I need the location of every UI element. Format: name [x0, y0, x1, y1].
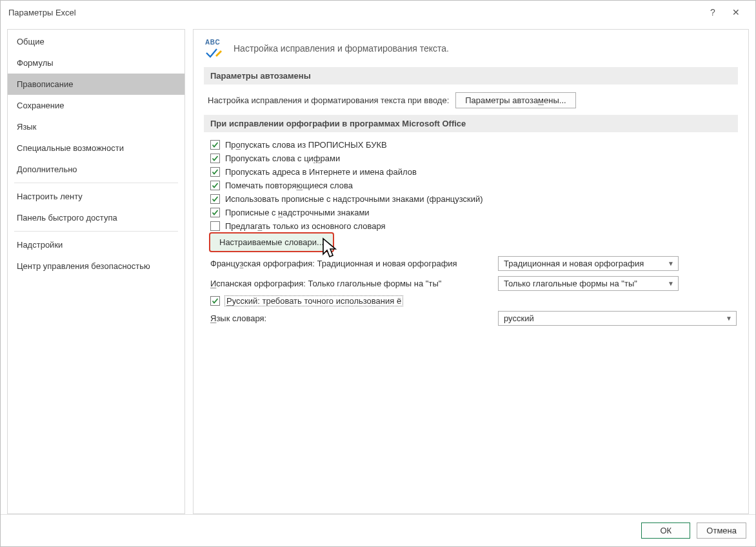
checkbox[interactable]	[210, 154, 220, 163]
checkbox-row: Использовать прописные с надстрочными зн…	[210, 194, 738, 204]
section-autocorrect-title: Параметры автозамены	[204, 67, 738, 85]
checkbox[interactable]	[210, 140, 220, 150]
sidebar-item[interactable]: Надстройки	[8, 234, 184, 255]
sidebar-item[interactable]: Правописание	[8, 74, 184, 95]
chevron-down-icon: ▼	[668, 260, 674, 267]
options-window: Параметры Excel ? ✕ ОбщиеФормулыПравопис…	[0, 0, 756, 547]
russian-yo-checkbox[interactable]	[210, 296, 220, 306]
sidebar-item[interactable]: Панель быстрого доступа	[8, 207, 184, 228]
checkbox-row: Пропускать адреса в Интернете и имена фа…	[210, 167, 738, 177]
sidebar-item[interactable]: Специальные возможности	[8, 137, 184, 159]
chevron-down-icon: ▼	[726, 315, 732, 322]
main-panel: ABC Настройка исправления и форматирован…	[193, 29, 749, 514]
checkbox-row: Пропускать слова из ПРОПИСНЫХ БУКВ	[210, 140, 738, 150]
autocorrect-options-button[interactable]: Параметры автозамены...	[455, 92, 575, 108]
checkbox-label: Пропускать слова с цифрами	[225, 154, 340, 163]
intro-text: Настройка исправления и форматирования т…	[234, 43, 449, 54]
checkbox-label: Пропускать слова из ПРОПИСНЫХ БУКВ	[225, 140, 387, 150]
dictionary-language-label: Язык словаря:	[210, 313, 488, 323]
checkbox-row: Пропускать слова с цифрами	[210, 154, 738, 163]
combo-label: Французская орфография: Традиционная и н…	[210, 259, 488, 268]
sidebar-item[interactable]: Общие	[8, 31, 184, 52]
checkbox[interactable]	[210, 181, 220, 190]
autocorrect-label: Настройка исправления и форматирования т…	[208, 95, 449, 105]
proofing-icon: ABC	[204, 39, 226, 58]
sidebar-item[interactable]: Настроить ленту	[8, 186, 184, 207]
sidebar-item[interactable]: Дополнительно	[8, 159, 184, 180]
cancel-button[interactable]: Отмена	[697, 522, 746, 539]
checkbox-label: Использовать прописные с надстрочными зн…	[225, 194, 483, 204]
sidebar-item[interactable]: Сохранение	[8, 95, 184, 116]
sidebar: ОбщиеФормулыПравописаниеСохранениеЯзыкСп…	[7, 29, 185, 514]
dialog-footer: ОК Отмена	[1, 514, 755, 546]
checkbox-label: Помечать повторяющиеся слова	[225, 181, 353, 190]
titlebar: Параметры Excel ? ✕	[1, 1, 755, 24]
checkbox[interactable]	[210, 167, 220, 177]
sidebar-item[interactable]: Центр управления безопасностью	[8, 255, 184, 277]
checkbox[interactable]	[210, 208, 220, 217]
checkbox-label: Предлагать только из основного словаря	[225, 221, 386, 231]
checkbox[interactable]	[210, 194, 220, 204]
window-title: Параметры Excel	[8, 8, 701, 17]
checkbox-label: Прописные с надстрочными знаками	[225, 208, 370, 217]
custom-dictionaries-button[interactable]: Настраиваемые словари...	[209, 232, 334, 252]
intro-row: ABC Настройка исправления и форматирован…	[204, 39, 738, 58]
dictionary-language-combo[interactable]: русский ▼	[498, 311, 737, 326]
close-button[interactable]: ✕	[724, 7, 748, 17]
checkbox-row: Предлагать только из основного словаря	[210, 221, 738, 231]
ok-button[interactable]: ОК	[641, 522, 690, 539]
russian-yo-label: Русский: требовать точного использования…	[225, 296, 403, 306]
sidebar-item[interactable]: Формулы	[8, 52, 184, 74]
sidebar-item[interactable]: Язык	[8, 116, 184, 137]
combo-select[interactable]: Традиционная и новая орфография▼	[498, 256, 679, 271]
chevron-down-icon: ▼	[668, 280, 674, 287]
combo-select[interactable]: Только глагольные формы на "ты"▼	[498, 276, 679, 291]
checkbox-row: Прописные с надстрочными знаками	[210, 208, 738, 217]
combo-label: Испанская орфография: Только глагольные …	[210, 279, 488, 288]
checkbox-label: Пропускать адреса в Интернете и имена фа…	[225, 167, 417, 177]
checkbox[interactable]	[210, 221, 220, 231]
checkbox-row: Помечать повторяющиеся слова	[210, 181, 738, 190]
russian-yo-checkbox-row: Русский: требовать точного использования…	[210, 296, 738, 306]
help-button[interactable]: ?	[701, 7, 724, 17]
section-spelling-title: При исправлении орфографии в программах …	[204, 115, 738, 132]
